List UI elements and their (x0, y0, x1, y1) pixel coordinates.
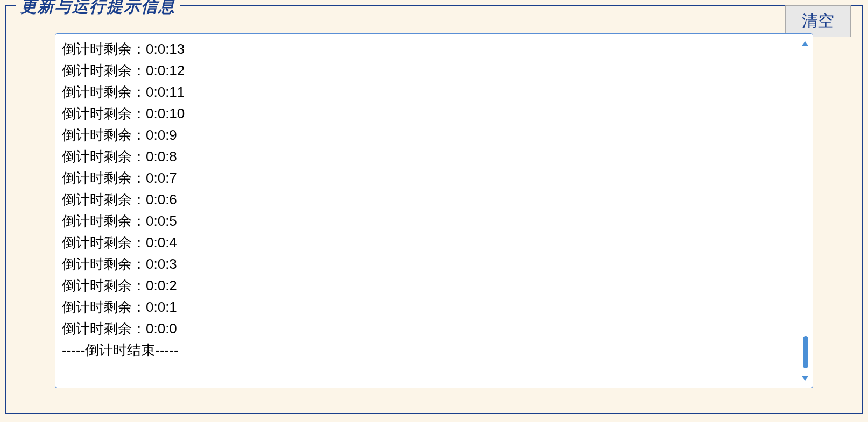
log-line: 倒计时剩余：0:0:4 (62, 232, 806, 253)
log-textarea[interactable]: 倒计时剩余：0:0:13倒计时剩余：0:0:12倒计时剩余：0:0:11倒计时剩… (55, 33, 813, 388)
log-line: 倒计时剩余：0:0:6 (62, 189, 806, 210)
log-line: 倒计时剩余：0:0:13 (62, 38, 806, 60)
panel-legend: 更新与运行提示信息 (16, 0, 180, 18)
scroll-down-icon[interactable] (801, 372, 809, 384)
log-line: 倒计时剩余：0:0:12 (62, 60, 806, 81)
log-line: 倒计时剩余：0:0:3 (62, 253, 806, 275)
log-line: 倒计时剩余：0:0:9 (62, 124, 806, 146)
log-line: 倒计时剩余：0:0:0 (62, 318, 806, 339)
clear-button[interactable]: 清空 (785, 5, 851, 37)
log-line: 倒计时剩余：0:0:7 (62, 167, 806, 189)
log-panel: 更新与运行提示信息 清空 倒计时剩余：0:0:13倒计时剩余：0:0:12倒计时… (5, 5, 863, 414)
log-line: 倒计时剩余：0:0:8 (62, 146, 806, 167)
log-content[interactable]: 倒计时剩余：0:0:13倒计时剩余：0:0:12倒计时剩余：0:0:11倒计时剩… (55, 34, 813, 388)
log-line: 倒计时剩余：0:0:10 (62, 103, 806, 124)
log-line: 倒计时剩余：0:0:11 (62, 81, 806, 103)
log-line: 倒计时剩余：0:0:2 (62, 275, 806, 296)
log-line: 倒计时剩余：0:0:5 (62, 210, 806, 232)
log-line: 倒计时剩余：0:0:1 (62, 296, 806, 318)
log-line: -----倒计时结束----- (62, 339, 806, 361)
scroll-up-icon[interactable] (801, 37, 809, 49)
scroll-thumb[interactable] (803, 336, 808, 368)
